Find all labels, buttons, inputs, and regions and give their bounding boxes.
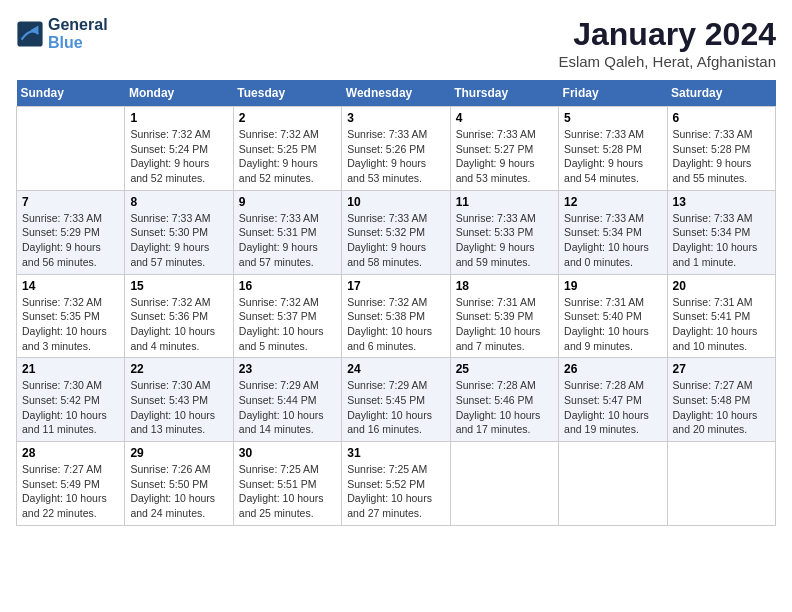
day-info: Sunrise: 7:33 AM Sunset: 5:27 PM Dayligh…: [456, 127, 553, 186]
calendar-cell: 7Sunrise: 7:33 AM Sunset: 5:29 PM Daylig…: [17, 190, 125, 274]
day-info: Sunrise: 7:30 AM Sunset: 5:42 PM Dayligh…: [22, 378, 119, 437]
calendar-cell: 20Sunrise: 7:31 AM Sunset: 5:41 PM Dayli…: [667, 274, 775, 358]
calendar-cell: 12Sunrise: 7:33 AM Sunset: 5:34 PM Dayli…: [559, 190, 667, 274]
day-info: Sunrise: 7:31 AM Sunset: 5:39 PM Dayligh…: [456, 295, 553, 354]
day-info: Sunrise: 7:27 AM Sunset: 5:48 PM Dayligh…: [673, 378, 770, 437]
day-info: Sunrise: 7:27 AM Sunset: 5:49 PM Dayligh…: [22, 462, 119, 521]
day-info: Sunrise: 7:33 AM Sunset: 5:30 PM Dayligh…: [130, 211, 227, 270]
day-number: 8: [130, 195, 227, 209]
calendar-cell: 26Sunrise: 7:28 AM Sunset: 5:47 PM Dayli…: [559, 358, 667, 442]
day-number: 29: [130, 446, 227, 460]
logo: General Blue: [16, 16, 108, 52]
day-info: Sunrise: 7:32 AM Sunset: 5:38 PM Dayligh…: [347, 295, 444, 354]
calendar-cell: 25Sunrise: 7:28 AM Sunset: 5:46 PM Dayli…: [450, 358, 558, 442]
calendar-cell: 31Sunrise: 7:25 AM Sunset: 5:52 PM Dayli…: [342, 442, 450, 526]
title-area: January 2024 Eslam Qaleh, Herat, Afghani…: [558, 16, 776, 70]
day-info: Sunrise: 7:31 AM Sunset: 5:41 PM Dayligh…: [673, 295, 770, 354]
day-number: 27: [673, 362, 770, 376]
calendar-cell: [667, 442, 775, 526]
day-number: 6: [673, 111, 770, 125]
calendar-week-row: 14Sunrise: 7:32 AM Sunset: 5:35 PM Dayli…: [17, 274, 776, 358]
day-number: 20: [673, 279, 770, 293]
calendar-week-row: 28Sunrise: 7:27 AM Sunset: 5:49 PM Dayli…: [17, 442, 776, 526]
page-title: January 2024: [558, 16, 776, 53]
day-number: 30: [239, 446, 336, 460]
day-info: Sunrise: 7:33 AM Sunset: 5:34 PM Dayligh…: [673, 211, 770, 270]
day-number: 3: [347, 111, 444, 125]
calendar-cell: 2Sunrise: 7:32 AM Sunset: 5:25 PM Daylig…: [233, 107, 341, 191]
calendar-cell: 15Sunrise: 7:32 AM Sunset: 5:36 PM Dayli…: [125, 274, 233, 358]
svg-rect-0: [17, 21, 42, 46]
day-number: 4: [456, 111, 553, 125]
day-info: Sunrise: 7:32 AM Sunset: 5:24 PM Dayligh…: [130, 127, 227, 186]
day-info: Sunrise: 7:25 AM Sunset: 5:51 PM Dayligh…: [239, 462, 336, 521]
day-info: Sunrise: 7:33 AM Sunset: 5:28 PM Dayligh…: [564, 127, 661, 186]
calendar-cell: 8Sunrise: 7:33 AM Sunset: 5:30 PM Daylig…: [125, 190, 233, 274]
day-number: 15: [130, 279, 227, 293]
header-cell-saturday: Saturday: [667, 80, 775, 107]
calendar-cell: [559, 442, 667, 526]
day-info: Sunrise: 7:33 AM Sunset: 5:32 PM Dayligh…: [347, 211, 444, 270]
day-number: 17: [347, 279, 444, 293]
day-info: Sunrise: 7:25 AM Sunset: 5:52 PM Dayligh…: [347, 462, 444, 521]
day-info: Sunrise: 7:31 AM Sunset: 5:40 PM Dayligh…: [564, 295, 661, 354]
day-number: 11: [456, 195, 553, 209]
calendar-cell: [450, 442, 558, 526]
logo-icon: [16, 20, 44, 48]
day-number: 25: [456, 362, 553, 376]
calendar-week-row: 21Sunrise: 7:30 AM Sunset: 5:42 PM Dayli…: [17, 358, 776, 442]
day-info: Sunrise: 7:33 AM Sunset: 5:31 PM Dayligh…: [239, 211, 336, 270]
header: General Blue January 2024 Eslam Qaleh, H…: [16, 16, 776, 70]
day-number: 28: [22, 446, 119, 460]
day-number: 16: [239, 279, 336, 293]
header-cell-sunday: Sunday: [17, 80, 125, 107]
calendar-week-row: 1Sunrise: 7:32 AM Sunset: 5:24 PM Daylig…: [17, 107, 776, 191]
day-number: 2: [239, 111, 336, 125]
calendar-cell: 27Sunrise: 7:27 AM Sunset: 5:48 PM Dayli…: [667, 358, 775, 442]
day-info: Sunrise: 7:26 AM Sunset: 5:50 PM Dayligh…: [130, 462, 227, 521]
header-cell-friday: Friday: [559, 80, 667, 107]
day-info: Sunrise: 7:33 AM Sunset: 5:26 PM Dayligh…: [347, 127, 444, 186]
calendar-cell: 28Sunrise: 7:27 AM Sunset: 5:49 PM Dayli…: [17, 442, 125, 526]
calendar-cell: 30Sunrise: 7:25 AM Sunset: 5:51 PM Dayli…: [233, 442, 341, 526]
header-cell-monday: Monday: [125, 80, 233, 107]
calendar-cell: 14Sunrise: 7:32 AM Sunset: 5:35 PM Dayli…: [17, 274, 125, 358]
day-info: Sunrise: 7:33 AM Sunset: 5:28 PM Dayligh…: [673, 127, 770, 186]
calendar-cell: 10Sunrise: 7:33 AM Sunset: 5:32 PM Dayli…: [342, 190, 450, 274]
calendar-cell: 6Sunrise: 7:33 AM Sunset: 5:28 PM Daylig…: [667, 107, 775, 191]
day-info: Sunrise: 7:33 AM Sunset: 5:34 PM Dayligh…: [564, 211, 661, 270]
calendar-cell: 24Sunrise: 7:29 AM Sunset: 5:45 PM Dayli…: [342, 358, 450, 442]
calendar-cell: 3Sunrise: 7:33 AM Sunset: 5:26 PM Daylig…: [342, 107, 450, 191]
day-info: Sunrise: 7:33 AM Sunset: 5:33 PM Dayligh…: [456, 211, 553, 270]
day-number: 9: [239, 195, 336, 209]
day-number: 13: [673, 195, 770, 209]
calendar-cell: 17Sunrise: 7:32 AM Sunset: 5:38 PM Dayli…: [342, 274, 450, 358]
day-number: 7: [22, 195, 119, 209]
day-info: Sunrise: 7:28 AM Sunset: 5:47 PM Dayligh…: [564, 378, 661, 437]
header-cell-tuesday: Tuesday: [233, 80, 341, 107]
day-number: 26: [564, 362, 661, 376]
calendar-cell: 22Sunrise: 7:30 AM Sunset: 5:43 PM Dayli…: [125, 358, 233, 442]
calendar-cell: 18Sunrise: 7:31 AM Sunset: 5:39 PM Dayli…: [450, 274, 558, 358]
calendar-cell: 1Sunrise: 7:32 AM Sunset: 5:24 PM Daylig…: [125, 107, 233, 191]
calendar-table: SundayMondayTuesdayWednesdayThursdayFrid…: [16, 80, 776, 526]
day-number: 24: [347, 362, 444, 376]
day-info: Sunrise: 7:32 AM Sunset: 5:35 PM Dayligh…: [22, 295, 119, 354]
logo-text: General Blue: [48, 16, 108, 52]
calendar-body: 1Sunrise: 7:32 AM Sunset: 5:24 PM Daylig…: [17, 107, 776, 526]
calendar-week-row: 7Sunrise: 7:33 AM Sunset: 5:29 PM Daylig…: [17, 190, 776, 274]
day-info: Sunrise: 7:29 AM Sunset: 5:45 PM Dayligh…: [347, 378, 444, 437]
calendar-cell: 23Sunrise: 7:29 AM Sunset: 5:44 PM Dayli…: [233, 358, 341, 442]
day-number: 19: [564, 279, 661, 293]
calendar-cell: 5Sunrise: 7:33 AM Sunset: 5:28 PM Daylig…: [559, 107, 667, 191]
day-number: 31: [347, 446, 444, 460]
day-number: 14: [22, 279, 119, 293]
calendar-cell: 9Sunrise: 7:33 AM Sunset: 5:31 PM Daylig…: [233, 190, 341, 274]
day-number: 10: [347, 195, 444, 209]
page-subtitle: Eslam Qaleh, Herat, Afghanistan: [558, 53, 776, 70]
day-number: 23: [239, 362, 336, 376]
calendar-cell: [17, 107, 125, 191]
day-info: Sunrise: 7:32 AM Sunset: 5:25 PM Dayligh…: [239, 127, 336, 186]
calendar-cell: 11Sunrise: 7:33 AM Sunset: 5:33 PM Dayli…: [450, 190, 558, 274]
calendar-header-row: SundayMondayTuesdayWednesdayThursdayFrid…: [17, 80, 776, 107]
